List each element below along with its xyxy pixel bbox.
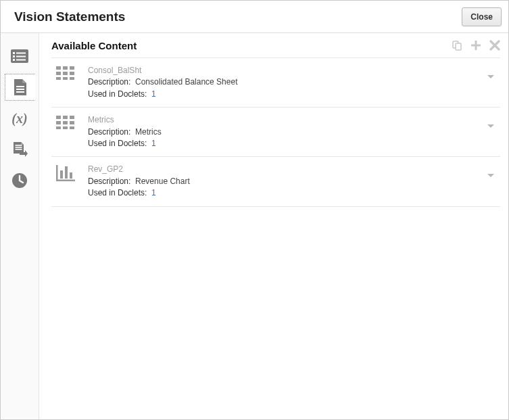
description-value: Revenue Chart <box>135 177 190 186</box>
svg-rect-40 <box>70 172 72 179</box>
description-label: Description: <box>88 127 130 137</box>
grid-icon <box>54 114 77 129</box>
dialog-title: Vision Statements <box>14 9 125 24</box>
svg-rect-33 <box>56 126 61 129</box>
content-item-name: Metrics <box>88 114 476 126</box>
sidebar-item-history[interactable] <box>5 167 34 194</box>
expand-button[interactable] <box>487 65 498 80</box>
svg-rect-5 <box>13 59 15 61</box>
svg-rect-26 <box>70 77 74 80</box>
content-item[interactable]: Consol_BalSht Description: Consolidated … <box>51 57 500 108</box>
main-header: Available Content <box>51 33 500 57</box>
delete-button[interactable] <box>489 40 500 51</box>
list-icon <box>11 49 28 63</box>
clock-icon <box>11 172 28 189</box>
content-item-text: Consol_BalSht Description: Consolidated … <box>88 65 476 100</box>
svg-rect-9 <box>16 91 24 93</box>
dialog-body: (x) <box>1 33 508 419</box>
titlebar: Vision Statements Close <box>1 1 508 33</box>
close-icon <box>489 40 500 51</box>
svg-rect-7 <box>16 86 24 87</box>
svg-rect-24 <box>56 77 61 80</box>
close-button[interactable]: Close <box>462 7 502 26</box>
sidebar-item-document[interactable] <box>5 74 35 101</box>
copy-button[interactable] <box>452 40 462 51</box>
svg-rect-3 <box>13 55 15 57</box>
header-actions <box>452 40 500 51</box>
svg-rect-31 <box>63 121 68 124</box>
copy-icon <box>452 40 462 51</box>
sidebar: (x) <box>1 33 39 419</box>
variable-icon: (x) <box>11 111 27 126</box>
doc-arrow-icon <box>11 141 28 158</box>
grid-icon <box>54 65 77 80</box>
used-count: 1 <box>151 139 156 148</box>
svg-rect-1 <box>13 52 15 54</box>
sidebar-item-variable[interactable]: (x) <box>5 105 34 132</box>
svg-rect-22 <box>63 72 68 75</box>
svg-rect-20 <box>70 66 74 70</box>
used-label: Used in Doclets: <box>88 89 147 99</box>
content-item-text: Rev_GP2 Description: Revenue Chart Used … <box>88 164 476 199</box>
expand-button[interactable] <box>487 114 498 129</box>
sidebar-item-export[interactable] <box>5 136 34 163</box>
content-item-name: Rev_GP2 <box>88 164 476 175</box>
svg-rect-6 <box>16 60 26 61</box>
content-item-name: Consol_BalSht <box>88 65 476 76</box>
used-label: Used in Doclets: <box>88 139 147 148</box>
main-panel: Available Content <box>39 33 508 419</box>
svg-rect-21 <box>56 72 61 75</box>
svg-rect-17 <box>471 45 481 47</box>
svg-rect-25 <box>63 77 68 80</box>
expand-button[interactable] <box>487 164 498 179</box>
description-value: Metrics <box>135 127 162 137</box>
svg-rect-36 <box>56 165 58 181</box>
content-item[interactable]: Metrics Description: Metrics Used in Doc… <box>51 108 500 157</box>
used-count: 1 <box>151 188 156 197</box>
content-item[interactable]: Rev_GP2 Description: Revenue Chart Used … <box>51 157 500 206</box>
svg-rect-23 <box>70 72 74 75</box>
plus-icon <box>470 40 481 51</box>
content-list: Consol_BalSht Description: Consolidated … <box>51 57 500 207</box>
svg-rect-11 <box>16 147 22 148</box>
svg-rect-32 <box>70 121 74 124</box>
svg-rect-18 <box>56 66 61 70</box>
description-value: Consolidated Balance Sheet <box>135 77 237 87</box>
panel-heading: Available Content <box>51 40 137 51</box>
svg-rect-35 <box>70 126 74 129</box>
svg-rect-29 <box>70 116 74 119</box>
used-count: 1 <box>151 89 156 99</box>
svg-rect-12 <box>16 149 22 150</box>
svg-rect-28 <box>63 116 68 119</box>
chevron-down-icon <box>487 74 495 80</box>
svg-rect-10 <box>16 145 22 146</box>
chevron-down-icon <box>487 124 495 129</box>
svg-rect-2 <box>16 53 26 54</box>
svg-rect-30 <box>56 121 61 124</box>
svg-rect-37 <box>56 180 75 182</box>
svg-rect-38 <box>60 170 63 179</box>
svg-rect-19 <box>63 66 68 70</box>
dialog-window: Vision Statements Close <box>0 0 509 420</box>
svg-rect-8 <box>16 89 24 90</box>
svg-rect-34 <box>63 126 68 129</box>
svg-rect-15 <box>456 43 461 50</box>
sidebar-item-list-view[interactable] <box>5 43 34 70</box>
svg-rect-39 <box>65 166 68 179</box>
description-label: Description: <box>88 177 130 186</box>
chart-icon <box>54 164 77 181</box>
content-item-text: Metrics Description: Metrics Used in Doc… <box>88 114 476 149</box>
description-label: Description: <box>88 77 130 87</box>
chevron-down-icon <box>487 173 495 179</box>
svg-rect-27 <box>56 116 61 119</box>
svg-rect-4 <box>16 56 26 57</box>
used-label: Used in Doclets: <box>88 188 147 197</box>
document-icon <box>13 78 28 96</box>
add-button[interactable] <box>470 40 481 51</box>
